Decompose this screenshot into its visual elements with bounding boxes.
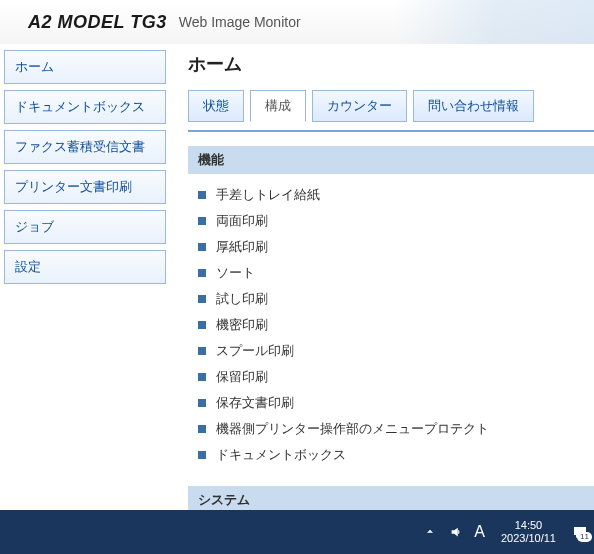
tab-configuration[interactable]: 構成 [250, 90, 306, 122]
speaker-icon[interactable] [448, 524, 464, 540]
feature-label: 保存文書印刷 [216, 394, 294, 412]
page-title: ホーム [188, 52, 594, 76]
bullet-icon [198, 425, 206, 433]
bullet-icon [198, 217, 206, 225]
sidebar-item-fax-received[interactable]: ファクス蓄積受信文書 [4, 130, 166, 164]
feature-label: 厚紙印刷 [216, 238, 268, 256]
list-item: 機器側プリンター操作部のメニュープロテクト [198, 416, 594, 442]
list-item: 手差しトレイ給紙 [198, 182, 594, 208]
feature-label: 手差しトレイ給紙 [216, 186, 320, 204]
list-item: 厚紙印刷 [198, 234, 594, 260]
sidebar-item-document-box[interactable]: ドキュメントボックス [4, 90, 166, 124]
feature-label: 機器側プリンター操作部のメニュープロテクト [216, 420, 489, 438]
bullet-icon [198, 373, 206, 381]
feature-label: 機密印刷 [216, 316, 268, 334]
app-header: A2 MODEL TG3 Web Image Monitor [0, 0, 594, 44]
list-item: 保存文書印刷 [198, 390, 594, 416]
feature-label: ドキュメントボックス [216, 446, 346, 464]
tray-overflow-icon[interactable] [422, 524, 438, 540]
sidebar-item-settings[interactable]: 設定 [4, 250, 166, 284]
clock-time: 14:50 [515, 519, 543, 532]
tab-status[interactable]: 状態 [188, 90, 244, 122]
taskbar-clock[interactable]: 14:50 2023/10/11 [495, 519, 562, 545]
tab-inquiry[interactable]: 問い合わせ情報 [413, 90, 534, 122]
ime-indicator[interactable]: A [474, 523, 485, 541]
tab-underline [188, 130, 594, 132]
list-item: ソート [198, 260, 594, 286]
notification-count: 11 [577, 532, 592, 542]
feature-label: ソート [216, 264, 255, 282]
tab-bar: 状態 構成 カウンター 問い合わせ情報 [188, 90, 594, 122]
bullet-icon [198, 451, 206, 459]
notification-icon[interactable]: 11 [572, 524, 588, 540]
feature-label: 両面印刷 [216, 212, 268, 230]
feature-label: 保留印刷 [216, 368, 268, 386]
sidebar-item-home[interactable]: ホーム [4, 50, 166, 84]
list-item: 両面印刷 [198, 208, 594, 234]
list-item: 機密印刷 [198, 312, 594, 338]
app-subtitle: Web Image Monitor [179, 14, 301, 30]
section-header-system: システム [188, 486, 594, 510]
clock-date: 2023/10/11 [501, 532, 556, 545]
feature-label: 試し印刷 [216, 290, 268, 308]
sidebar: ホーム ドキュメントボックス ファクス蓄積受信文書 プリンター文書印刷 ジョブ … [0, 44, 170, 510]
app-title: A2 MODEL TG3 [28, 12, 167, 33]
list-item: 保留印刷 [198, 364, 594, 390]
windows-taskbar: A 14:50 2023/10/11 11 [0, 510, 594, 554]
sidebar-item-printer-docs[interactable]: プリンター文書印刷 [4, 170, 166, 204]
bullet-icon [198, 191, 206, 199]
bullet-icon [198, 243, 206, 251]
bullet-icon [198, 347, 206, 355]
main-content: ホーム 状態 構成 カウンター 問い合わせ情報 機能 手差しトレイ給紙 両面印刷… [170, 44, 594, 510]
tab-counter[interactable]: カウンター [312, 90, 407, 122]
feature-list: 手差しトレイ給紙 両面印刷 厚紙印刷 ソート 試し印刷 機密印刷 スプール印刷 … [188, 174, 594, 486]
sidebar-item-job[interactable]: ジョブ [4, 210, 166, 244]
list-item: スプール印刷 [198, 338, 594, 364]
bullet-icon [198, 321, 206, 329]
bullet-icon [198, 269, 206, 277]
bullet-icon [198, 399, 206, 407]
feature-label: スプール印刷 [216, 342, 294, 360]
section-header-features: 機能 [188, 146, 594, 174]
bullet-icon [198, 295, 206, 303]
list-item: ドキュメントボックス [198, 442, 594, 468]
system-tray: A 14:50 2023/10/11 11 [422, 519, 588, 545]
list-item: 試し印刷 [198, 286, 594, 312]
